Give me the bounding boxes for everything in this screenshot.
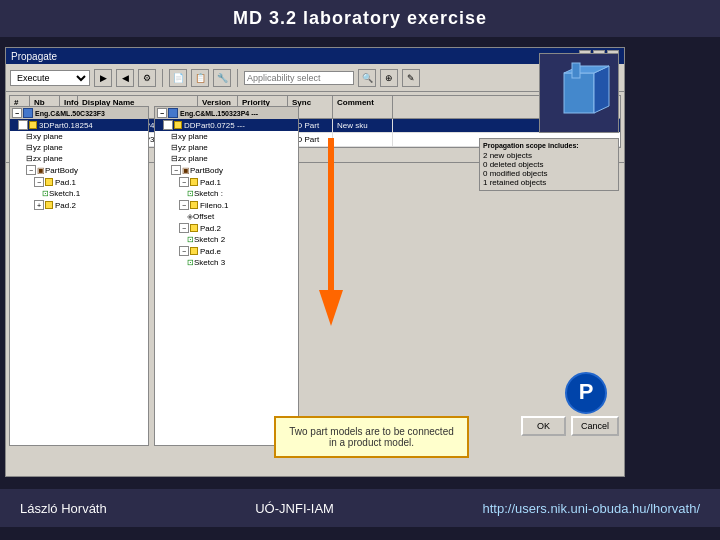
expand-icon-r10: − [179,223,189,233]
tree-label-r13: Sketch 3 [194,258,225,267]
tree-item-right-7[interactable]: ⊡ Sketch : [155,188,298,199]
tree-item-right-2[interactable]: ⊟ xy plane [155,131,298,142]
plane-icon-r3: ⊟ [171,154,178,163]
tree-item-right-4[interactable]: ⊟ zx plane [155,153,298,164]
ok-button[interactable]: OK [521,416,566,436]
tree-label-r3: yz plane [178,143,208,152]
tree-label-r11: Sketch 2 [194,235,225,244]
tree-label-r4: zx plane [178,154,208,163]
toolbar-icon-1[interactable]: ▶ [94,69,112,87]
svg-marker-1 [594,66,609,113]
action-buttons: OK Cancel [521,416,619,436]
toolbar-icon-6[interactable]: 🔧 [213,69,231,87]
tree-item-right-1[interactable]: − DDPart0.0725 --- [155,119,298,131]
footer-author: László Horváth [20,501,107,516]
toolbar-sep-2 [237,69,238,87]
tree-item-left-2[interactable]: ⊟ xy plane [10,131,148,142]
expand-icon-r12: − [179,246,189,256]
propagator-logo: P [564,371,609,416]
expand-icon-r: − [157,108,167,118]
tree-label-7: Sketch.1 [49,189,80,198]
sketch-icon-r3: ⊡ [187,258,194,267]
toolbar-icon-2[interactable]: ◀ [116,69,134,87]
tree-item-left-5[interactable]: − ▣ PartBody [10,164,148,176]
tree-item-left-8[interactable]: + Pad.2 [10,199,148,211]
tree-label-1: 3DPart0.18254 [39,121,93,130]
expand-icon-1: − [18,120,28,130]
tree-panel-left: − Eng.C&ML.50C323F3 − 3DPart0.18254 ⊟ xy… [9,106,149,446]
tree-label-6: Pad.1 [55,178,76,187]
body-icon-r1: ▣ [182,166,190,175]
svg-rect-0 [564,73,594,113]
toolbar-icon-7[interactable]: 🔍 [358,69,376,87]
svg-text:P: P [579,379,594,404]
tree-label-r9: Offset [193,212,214,221]
expand-icon-r6: − [179,177,189,187]
toolbar-icon-4[interactable]: 📄 [169,69,187,87]
part-icon-r1 [174,121,182,129]
tree-item-right-5[interactable]: − ▣ PartBody [155,164,298,176]
tree-item-right-13[interactable]: ⊡ Sketch 3 [155,257,298,268]
plane-icon-r1: ⊟ [171,132,178,141]
sketch-icon-r1: ⊡ [187,189,194,198]
pad-icon-2 [45,201,53,209]
pad-icon-r2 [190,224,198,232]
main-content: Propagate − □ × Execute ▶ ◀ ⚙ 📄 📋 🔧 [0,37,720,527]
tree-label-r2: xy plane [178,132,208,141]
info-line3: 0 modified objects [483,169,615,178]
toolbar-icon-9[interactable]: ✎ [402,69,420,87]
expand-icon: − [12,108,22,118]
tree-item-right-9[interactable]: ◈ Offset [155,211,298,222]
execute-dropdown[interactable]: Execute [10,70,90,86]
expand-icon-r8: − [179,200,189,210]
part-icon-1 [29,121,37,129]
tree-label-r8: Fileno.1 [200,201,228,210]
tree-label-r6: Pad.1 [200,178,221,187]
tree-item-right-11[interactable]: ⊡ Sketch 2 [155,234,298,245]
cell-comment-2 [333,133,393,146]
tree-root-right[interactable]: − Eng.C&ML.150323P4 --- [155,107,298,119]
footer-url: http://users.nik.uni-obuda.hu/lhorvath/ [482,501,700,516]
tree-item-left-1[interactable]: − 3DPart0.18254 [10,119,148,131]
plane-icon-r2: ⊟ [171,143,178,152]
tree-item-right-10[interactable]: − Pad.2 [155,222,298,234]
tree-label-3: yz plane [33,143,63,152]
toolbar-icon-5[interactable]: 📋 [191,69,209,87]
tree-item-right-6[interactable]: − Pad.1 [155,176,298,188]
info-box: Propagation scope includes: 2 new object… [479,138,619,191]
plane-icon-2: ⊟ [26,143,33,152]
tree-item-right-12[interactable]: − Pad.e [155,245,298,257]
tree-root-left[interactable]: − Eng.C&ML.50C323F3 [10,107,148,119]
expand-icon-r1: − [163,120,173,130]
tree-item-right-3[interactable]: ⊟ yz plane [155,142,298,153]
tree-item-left-3[interactable]: ⊟ yz plane [10,142,148,153]
pace-icon-r3 [190,247,198,255]
tree-label-r7: Sketch : [194,189,223,198]
tree-label-4: zx plane [33,154,63,163]
tree-label-r12: Pad.e [200,247,221,256]
svg-rect-3 [572,63,580,78]
toolbar-icon-8[interactable]: ⊕ [380,69,398,87]
tree-label-r10: Pad.2 [200,224,221,233]
info-line4: 1 retained objects [483,178,615,187]
info-line2: 0 deleted objects [483,160,615,169]
tree-item-right-8[interactable]: − Fileno.1 [155,199,298,211]
cancel-button[interactable]: Cancel [571,416,619,436]
tree-item-left-7[interactable]: ⊡ Sketch.1 [10,188,148,199]
footer-institution: UÓ-JNFI-IAM [255,501,334,516]
tree-panel-right: − Eng.C&ML.150323P4 --- − DDPart0.0725 -… [154,106,299,446]
toolbar-icon-3[interactable]: ⚙ [138,69,156,87]
tree-item-left-6[interactable]: − Pad.1 [10,176,148,188]
info-title: Propagation scope includes: [483,142,615,149]
callout-text: Two part models are to be connected in a… [289,426,454,448]
body-icon-1: ▣ [37,166,45,175]
tree-label-r5: PartBody [190,166,223,175]
plane-icon-3: ⊟ [26,154,33,163]
dialog-title: Propagate [11,51,57,62]
tree-item-left-4[interactable]: ⊟ zx plane [10,153,148,164]
info-line1: 2 new objects [483,151,615,160]
search-input[interactable] [244,71,354,85]
col-comment: Comment [333,96,393,118]
tree-label-5: PartBody [45,166,78,175]
page-title: MD 3.2 laboratory exercise [233,8,487,28]
